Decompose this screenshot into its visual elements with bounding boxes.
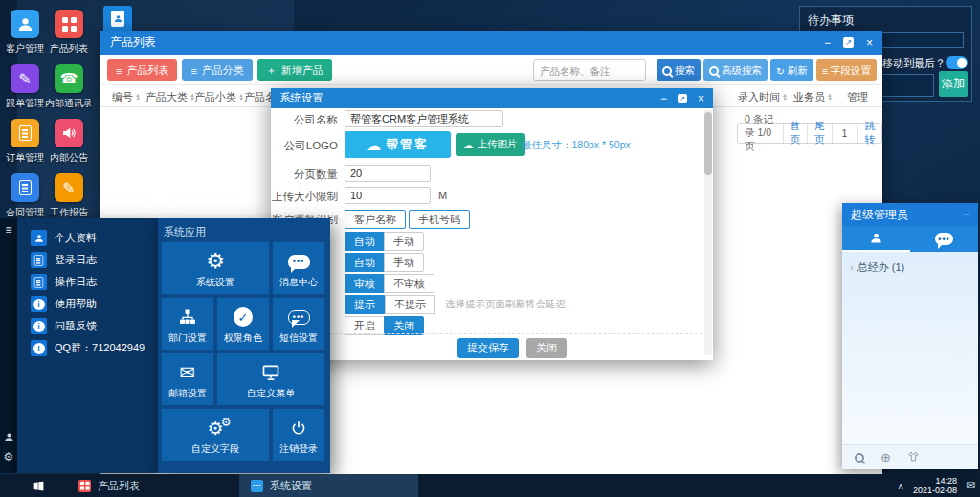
- desktop-app-products[interactable]: 产品列表: [42, 10, 96, 56]
- chat-panel-titlebar: 超级管理员 −: [842, 203, 978, 226]
- tile-system-settings[interactable]: ⚙ 系统设置: [162, 242, 269, 294]
- first-page-button[interactable]: 首页: [783, 124, 808, 143]
- jump-page-button[interactable]: 跳转: [858, 124, 882, 143]
- page-size-input[interactable]: [345, 165, 431, 182]
- close-icon[interactable]: ×: [698, 93, 704, 104]
- option-auto[interactable]: 自动: [345, 232, 385, 251]
- sort-icon: ▴▾: [783, 93, 786, 102]
- product-category-button[interactable]: ≡产品分类: [182, 59, 252, 81]
- chat-bubble-icon: •••: [935, 233, 953, 245]
- option-no-prompt[interactable]: 不提示: [385, 295, 435, 314]
- minimize-icon[interactable]: −: [660, 93, 667, 104]
- system-settings-modal: 系统设置 − ↗ × 公司名称 公司LOGO ☁帮管客 ☁上传图片 最佳尺寸：1…: [271, 88, 713, 360]
- announce-icon: [55, 119, 83, 147]
- search-icon[interactable]: [855, 453, 864, 463]
- option-prompt[interactable]: 提示: [345, 295, 385, 314]
- modal-title: 系统设置: [279, 91, 323, 105]
- admin-chat-panel: 超级管理员 − ••• ›总经办 (1) ⊕: [842, 203, 978, 469]
- search-button[interactable]: 搜索: [657, 59, 701, 81]
- mail-tray-icon[interactable]: ✉: [966, 479, 975, 492]
- sort-icon: ▴▾: [828, 93, 831, 102]
- shirt-skin-icon[interactable]: [907, 449, 920, 466]
- hamburger-icon[interactable]: ≡: [0, 223, 17, 237]
- info-icon: i: [31, 318, 47, 334]
- option-auto[interactable]: 自动: [345, 253, 385, 272]
- option-manual[interactable]: 手动: [384, 253, 424, 272]
- option-manual[interactable]: 手动: [384, 232, 424, 251]
- log-icon: [31, 274, 47, 290]
- column-header-entry-time[interactable]: 录入时间▴▾: [738, 85, 786, 108]
- option-disable[interactable]: 关闭: [384, 316, 424, 335]
- minimize-icon[interactable]: −: [824, 37, 831, 49]
- close-icon[interactable]: ×: [866, 37, 873, 49]
- column-header-salesperson[interactable]: 业务员▴▾: [793, 85, 831, 108]
- menu-item-operation-log[interactable]: 操作日志: [17, 271, 158, 293]
- option-review[interactable]: 审核: [345, 274, 385, 293]
- company-name-input[interactable]: [345, 110, 503, 127]
- product-list-button[interactable]: ≡产品列表: [107, 59, 177, 81]
- desktop-app-announcements[interactable]: 内部公告: [42, 119, 96, 165]
- add-todo-button[interactable]: 添加: [939, 71, 968, 97]
- option-enable[interactable]: 开启: [345, 316, 385, 335]
- menu-item-profile[interactable]: 个人资料: [17, 227, 158, 249]
- close-button[interactable]: 关闭: [526, 338, 567, 358]
- setting-toggle-row: 自动 手动: [345, 253, 424, 272]
- minimize-icon[interactable]: −: [963, 209, 969, 220]
- modal-scrollbar[interactable]: [704, 110, 712, 355]
- scrollbar-thumb[interactable]: [704, 112, 712, 175]
- upload-image-button[interactable]: ☁上传图片: [456, 133, 525, 156]
- menu-item-feedback[interactable]: i 问题反馈: [17, 315, 158, 337]
- tile-custom-menu[interactable]: 自定义菜单: [217, 353, 324, 405]
- advanced-search-button[interactable]: 高级搜索: [703, 59, 768, 81]
- tile-sms-settings[interactable]: ••• 短信设置: [273, 298, 324, 350]
- add-product-button[interactable]: ＋新增产品: [257, 59, 332, 81]
- page-number-input[interactable]: [835, 127, 856, 139]
- alert-icon: !: [31, 340, 47, 356]
- tile-permission-roles[interactable]: ✓ 权限角色: [217, 298, 269, 350]
- field-settings-button[interactable]: ≡字段设置: [816, 59, 877, 81]
- product-window-tab[interactable]: [103, 6, 132, 31]
- menu-item-login-log[interactable]: 登录日志: [17, 249, 158, 271]
- desktop-app-contacts[interactable]: ☎ 内部通讯录: [42, 64, 96, 110]
- tab-messages[interactable]: •••: [910, 226, 978, 252]
- dedupe-by-name-button[interactable]: 客户名称: [345, 210, 406, 229]
- upload-limit-input[interactable]: [345, 187, 431, 204]
- maximize-icon[interactable]: ↗: [678, 94, 687, 103]
- tile-custom-fields[interactable]: ⚙⚙ 自定义字段: [162, 409, 269, 461]
- tile-department-settings[interactable]: 部门设置: [162, 298, 213, 350]
- tile-logout[interactable]: 注销登录: [273, 409, 324, 461]
- user-icon[interactable]: [0, 432, 17, 442]
- option-no-review[interactable]: 不审核: [384, 274, 434, 293]
- taskbar-item-system-settings[interactable]: ••• 系统设置: [239, 474, 418, 497]
- gear-icon[interactable]: ⚙: [0, 450, 17, 463]
- refresh-button[interactable]: ↻刷新: [770, 59, 813, 81]
- move-completed-toggle[interactable]: [946, 56, 968, 69]
- column-header-category[interactable]: 产品大类▴▾: [145, 85, 193, 108]
- column-header-manage: 管理: [847, 85, 868, 108]
- clock[interactable]: 14:28 2021-02-08: [913, 476, 957, 495]
- sort-icon: ▴▾: [136, 93, 139, 102]
- tile-mail-settings[interactable]: ✉ 邮箱设置: [162, 353, 213, 405]
- tab-contacts[interactable]: [842, 226, 910, 252]
- search-input[interactable]: [533, 59, 646, 81]
- column-header-id[interactable]: 编号▴▾: [112, 85, 139, 108]
- taskbar-item-product-list[interactable]: 产品列表: [67, 474, 163, 497]
- contact-group[interactable]: ›总经办 (1): [842, 252, 978, 283]
- chat-footer-toolbar: ⊕: [842, 444, 978, 469]
- menu-item-qq-group[interactable]: ! QQ群：712042949: [17, 337, 158, 359]
- chevron-up-icon[interactable]: ∧: [898, 481, 904, 491]
- column-header-subcategory[interactable]: 产品小类▴▾: [194, 85, 242, 108]
- desktop-app-reports[interactable]: ✎ 工作报告: [42, 173, 96, 219]
- tile-message-center[interactable]: ••• 消息中心: [273, 242, 324, 294]
- maximize-icon[interactable]: ↗: [843, 37, 854, 48]
- start-button[interactable]: [19, 474, 57, 497]
- cloud-upload-icon: ☁: [463, 139, 474, 150]
- submit-save-button[interactable]: 提交保存: [457, 338, 519, 358]
- menu-item-help[interactable]: i 使用帮助: [17, 293, 158, 315]
- refresh-icon: ↻: [776, 65, 785, 77]
- last-page-button[interactable]: 尾页: [807, 124, 832, 143]
- company-name-label: 公司名称: [271, 113, 338, 127]
- app-label: 产品列表: [42, 42, 96, 56]
- add-icon[interactable]: ⊕: [880, 450, 891, 464]
- dedupe-by-phone-button[interactable]: 手机号码: [409, 210, 470, 229]
